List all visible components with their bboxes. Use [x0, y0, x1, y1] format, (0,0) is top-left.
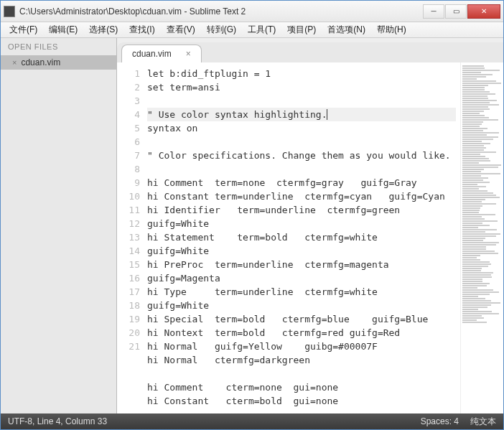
- sidebar-item-label: cduan.vim: [21, 57, 60, 67]
- tab-file[interactable]: cduan.vim ×: [121, 45, 202, 62]
- menu-project[interactable]: 项目(P): [281, 22, 322, 37]
- app-icon: [4, 6, 15, 17]
- line-gutter: 123456789101112131415161718192021: [117, 62, 147, 413]
- statusbar: UTF-8, Line 4, Column 33 Spaces: 4 纯文本: [1, 413, 503, 429]
- menu-view[interactable]: 查看(V): [161, 22, 201, 37]
- content-area: OPEN FILES × cduan.vim cduan.vim × 12345…: [1, 38, 503, 413]
- menu-help[interactable]: 帮助(H): [371, 22, 412, 37]
- editor-body[interactable]: 123456789101112131415161718192021 let b:…: [117, 62, 503, 413]
- code-area[interactable]: let b:did_ftplugin = 1set term=ansi" Use…: [147, 62, 460, 413]
- window-title: C:\Users\Administrator\Desktop\cduan.vim…: [19, 6, 423, 17]
- tabbar: cduan.vim ×: [117, 42, 503, 62]
- sidebar-item-file[interactable]: × cduan.vim: [1, 55, 116, 70]
- menu-goto[interactable]: 转到(G): [201, 22, 242, 37]
- sidebar-header: OPEN FILES: [1, 38, 116, 55]
- status-spaces[interactable]: Spaces: 4: [421, 416, 459, 426]
- menu-file[interactable]: 文件(F): [4, 22, 43, 37]
- minimap[interactable]: [460, 62, 503, 413]
- sidebar: OPEN FILES × cduan.vim: [1, 38, 117, 413]
- close-icon[interactable]: ×: [12, 58, 17, 67]
- close-button[interactable]: ✕: [467, 4, 500, 19]
- titlebar: C:\Users\Administrator\Desktop\cduan.vim…: [1, 1, 503, 22]
- menu-edit[interactable]: 编辑(E): [43, 22, 83, 37]
- menu-tools[interactable]: 工具(T): [242, 22, 281, 37]
- maximize-button[interactable]: ▭: [445, 4, 467, 19]
- editor-pane: cduan.vim × 1234567891011121314151617181…: [117, 42, 503, 413]
- menu-select[interactable]: 选择(S): [83, 22, 123, 37]
- status-syntax[interactable]: 纯文本: [470, 416, 496, 428]
- window-buttons: ─ ▭ ✕: [423, 4, 500, 19]
- tab-label: cduan.vim: [132, 49, 172, 59]
- tab-close-icon[interactable]: ×: [186, 49, 191, 59]
- menu-prefs[interactable]: 首选项(N): [322, 22, 371, 37]
- menubar: 文件(F) 编辑(E) 选择(S) 查找(I) 查看(V) 转到(G) 工具(T…: [1, 22, 503, 38]
- minimize-button[interactable]: ─: [423, 4, 444, 19]
- menu-find[interactable]: 查找(I): [123, 22, 160, 37]
- status-position[interactable]: UTF-8, Line 4, Column 33: [8, 416, 107, 426]
